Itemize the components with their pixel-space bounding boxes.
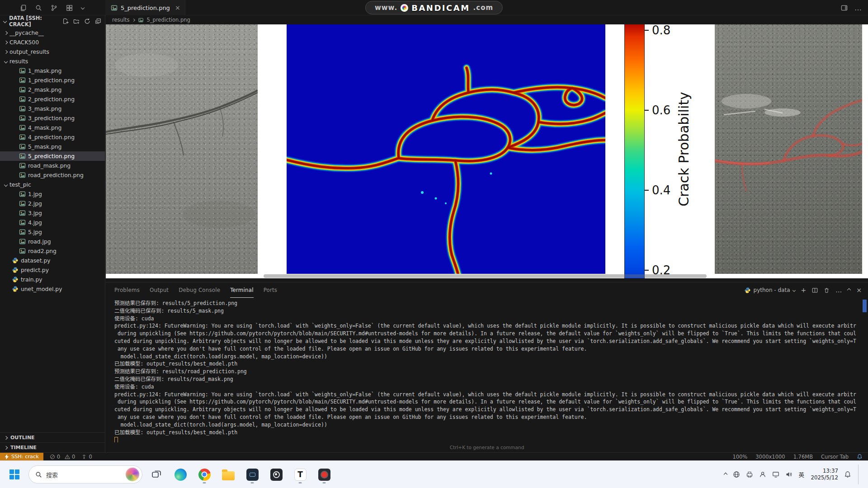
- python-terminal-icon: [744, 287, 751, 294]
- typora-button[interactable]: T: [290, 465, 310, 484]
- taskbar-search[interactable]: 搜索: [28, 465, 142, 483]
- tree-file-3_prediction.png[interactable]: 3_prediction.png: [0, 113, 105, 123]
- panel-tab-terminal[interactable]: Terminal: [230, 282, 253, 298]
- ports-indicator[interactable]: 0: [81, 454, 92, 460]
- notification-bell-icon[interactable]: [857, 454, 863, 460]
- new-file-icon[interactable]: [62, 18, 69, 24]
- panel-tab-ports[interactable]: Ports: [264, 282, 278, 298]
- file-label: road_mask.png: [28, 163, 71, 169]
- image-zoom-level[interactable]: 100%: [732, 454, 747, 460]
- chrome-button[interactable]: [194, 465, 214, 484]
- files-icon[interactable]: [20, 5, 27, 11]
- split-terminal-icon[interactable]: [812, 287, 818, 293]
- tree-file-2_prediction.png[interactable]: 2_prediction.png: [0, 94, 105, 104]
- tree-folder-test_pic[interactable]: test_pic: [0, 180, 105, 189]
- volume-icon[interactable]: [785, 471, 793, 478]
- file-explorer-button[interactable]: [218, 465, 238, 484]
- maximize-panel-icon[interactable]: [847, 288, 851, 292]
- terminal-line: any use case where you don't have full c…: [114, 345, 856, 353]
- tree-file-road.jpg[interactable]: road.jpg: [0, 237, 105, 246]
- start-button[interactable]: [5, 465, 24, 484]
- image-preview-viewport[interactable]: 0.80.60.40.2 Crack Probability: [106, 24, 868, 278]
- breadcrumb-file[interactable]: 5_prediction.png: [147, 17, 190, 23]
- breadcrumb-folder[interactable]: results: [112, 17, 130, 23]
- timeline-section[interactable]: TIMELINE: [0, 442, 105, 452]
- chevron-down-icon: [3, 19, 7, 23]
- chevron-down-icon[interactable]: [81, 6, 85, 9]
- tree-file-1.jpg[interactable]: 1.jpg: [0, 189, 105, 199]
- new-folder-icon[interactable]: [73, 18, 80, 24]
- tree-file-4_mask.png[interactable]: 4_mask.png: [0, 123, 105, 132]
- tree-file-road_mask.png[interactable]: road_mask.png: [0, 161, 105, 170]
- tree-file-road2.png[interactable]: road2.png: [0, 246, 105, 256]
- taskbar-clock[interactable]: 13:37 2025/5/12: [810, 468, 838, 482]
- panel-tab-problems[interactable]: Problems: [114, 282, 140, 298]
- problems-indicator[interactable]: 0 0: [50, 454, 75, 460]
- outline-section[interactable]: OUTLINE: [0, 432, 105, 442]
- tree-file-5_prediction.png[interactable]: 5_prediction.png: [0, 151, 105, 161]
- horizontal-scrollbar[interactable]: [264, 274, 707, 278]
- display-icon[interactable]: [772, 471, 779, 478]
- tree-file-dataset.py[interactable]: dataset.py: [0, 256, 105, 265]
- chevron-right-icon: [4, 436, 8, 439]
- task-view-button[interactable]: [146, 465, 166, 484]
- tree-file-1_prediction.png[interactable]: 1_prediction.png: [0, 75, 105, 85]
- tree-file-3_mask.png[interactable]: 3_mask.png: [0, 104, 105, 113]
- search-icon[interactable]: [35, 5, 42, 11]
- collapse-all-icon[interactable]: [95, 18, 101, 24]
- panel-tab-output[interactable]: Output: [150, 282, 169, 298]
- tree-file-predict.py[interactable]: predict.py: [0, 265, 105, 275]
- layout-panel-icon[interactable]: [841, 5, 848, 11]
- remote-indicator[interactable]: SSH: crack: [0, 453, 43, 460]
- tree-file-unet_model.py[interactable]: unet_model.py: [0, 284, 105, 294]
- printer-icon[interactable]: [746, 471, 753, 478]
- tree-file-2_mask.png[interactable]: 2_mask.png: [0, 85, 105, 94]
- bandicam-record-button[interactable]: [314, 465, 334, 484]
- notification-center-icon[interactable]: [844, 471, 851, 478]
- cursor-tab-toggle[interactable]: Cursor Tab: [821, 454, 849, 460]
- terminal-scrollbar[interactable]: [863, 300, 867, 312]
- tree-file-road_prediction.png[interactable]: road_prediction.png: [0, 170, 105, 180]
- terminal-output[interactable]: 预测结果已保存到: results/5_prediction.png二值化掩码已…: [114, 300, 856, 442]
- terminal-line: model.load_state_dict(torch.load(args.mo…: [114, 353, 856, 361]
- terminal-instance[interactable]: python - data: [744, 287, 795, 294]
- search-highlight-image[interactable]: [126, 468, 139, 481]
- dark-app-button[interactable]: [242, 465, 262, 484]
- tree-file-4.jpg[interactable]: 4.jpg: [0, 218, 105, 227]
- new-terminal-icon[interactable]: +: [801, 286, 807, 294]
- source-control-icon[interactable]: [51, 5, 57, 11]
- tree-file-4_prediction.png[interactable]: 4_prediction.png: [0, 132, 105, 142]
- breadcrumb[interactable]: results 5_prediction.png: [106, 15, 868, 24]
- tree-folder-output_results[interactable]: output_results: [0, 47, 105, 56]
- close-panel-icon[interactable]: ×: [856, 286, 862, 294]
- tree-file-5_mask.png[interactable]: 5_mask.png: [0, 142, 105, 151]
- extensions-icon[interactable]: [66, 5, 73, 11]
- tree-folder-results[interactable]: results: [0, 56, 105, 66]
- kill-terminal-icon[interactable]: [824, 287, 830, 293]
- terminal-line: 使用设备: cuda: [114, 383, 856, 391]
- more-icon[interactable]: …: [854, 4, 862, 12]
- obs-button[interactable]: [266, 465, 286, 484]
- tray-expand-icon[interactable]: [724, 473, 727, 476]
- file-label: __pycache__: [9, 30, 44, 36]
- tab-5-prediction[interactable]: 5_prediction.png ×: [105, 0, 185, 15]
- tree-folder-CRACK500[interactable]: CRACK500: [0, 38, 105, 47]
- windows-logo-icon: [9, 469, 19, 479]
- explorer-header[interactable]: DATA [SSH: CRACK]: [0, 15, 105, 27]
- show-desktop-button[interactable]: [858, 465, 860, 484]
- panel-more-icon[interactable]: …: [835, 286, 842, 294]
- close-icon[interactable]: ×: [175, 4, 180, 11]
- contacts-icon[interactable]: [759, 471, 766, 478]
- input-language-indicator[interactable]: 英: [798, 470, 804, 479]
- refresh-icon[interactable]: [84, 18, 90, 24]
- tree-folder-__pycache__[interactable]: __pycache__: [0, 28, 105, 38]
- tree-file-train.py[interactable]: train.py: [0, 275, 105, 284]
- edge-button[interactable]: [170, 465, 190, 484]
- globe-icon[interactable]: [733, 471, 740, 478]
- tree-file-5.jpg[interactable]: 5.jpg: [0, 227, 105, 237]
- tree-file-3.jpg[interactable]: 3.jpg: [0, 208, 105, 218]
- tree-file-1_mask.png[interactable]: 1_mask.png: [0, 66, 105, 75]
- image-file-icon: [19, 210, 26, 216]
- panel-tab-debug-console[interactable]: Debug Console: [179, 282, 220, 298]
- tree-file-2.jpg[interactable]: 2.jpg: [0, 199, 105, 208]
